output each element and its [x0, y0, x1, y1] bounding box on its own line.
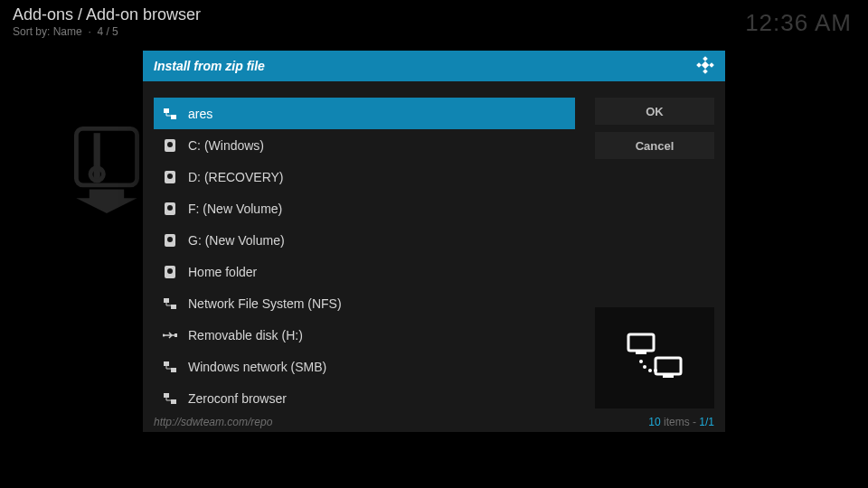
list-item[interactable]: Home folder — [154, 256, 575, 287]
kodi-logo-icon — [696, 56, 714, 77]
list-item-label: D: (RECOVERY) — [188, 170, 284, 184]
item-count: 10 — [648, 416, 660, 428]
svg-rect-3 — [703, 56, 708, 61]
svg-point-32 — [639, 360, 643, 363]
svg-rect-23 — [175, 333, 177, 337]
network-icon — [163, 108, 177, 119]
zip-install-icon — [74, 125, 139, 215]
svg-rect-7 — [702, 61, 709, 68]
install-from-zip-dialog: Install from zip file ares — [143, 51, 725, 432]
list-position: 4 / 5 — [97, 25, 118, 38]
dialog-title: Install from zip file — [154, 59, 265, 73]
sort-line: Sort by: Name · 4 / 5 — [13, 25, 201, 38]
svg-rect-31 — [663, 374, 674, 378]
svg-point-35 — [654, 369, 657, 372]
svg-point-15 — [167, 205, 173, 211]
svg-point-17 — [167, 237, 173, 242]
drive-icon — [163, 234, 177, 247]
svg-point-33 — [643, 365, 646, 369]
cancel-button[interactable]: Cancel — [595, 132, 714, 159]
svg-point-19 — [167, 268, 173, 274]
list-item-label: Removable disk (H:) — [188, 328, 303, 343]
network-icon — [163, 361, 177, 372]
svg-rect-25 — [171, 368, 176, 372]
item-count-suffix: items - — [661, 416, 700, 428]
list-item[interactable]: Windows network (SMB) — [154, 351, 575, 382]
usb-icon — [163, 331, 177, 340]
drive-icon — [163, 171, 177, 183]
list-item-label: Network File System (NFS) — [188, 296, 342, 311]
list-item[interactable]: C: (Windows) — [154, 129, 575, 161]
network-share-icon — [623, 331, 686, 385]
list-item-label: G: (New Volume) — [188, 233, 285, 248]
svg-rect-24 — [164, 361, 169, 366]
dialog-titlebar: Install from zip file — [143, 51, 725, 81]
page-indicator: 1/1 — [699, 416, 714, 428]
svg-point-34 — [648, 369, 652, 372]
source-list: ares C: (Windows) D: (RECOVERY) F: (New … — [154, 98, 575, 412]
sort-label: Sort by: — [13, 25, 50, 38]
sort-value: Name — [53, 25, 82, 38]
svg-rect-9 — [171, 115, 176, 119]
preview-thumbnail — [595, 307, 714, 408]
svg-point-11 — [167, 142, 173, 147]
list-item[interactable]: Removable disk (H:) — [154, 319, 575, 351]
list-item-label: Home folder — [188, 265, 257, 279]
svg-rect-1 — [94, 133, 100, 181]
list-item[interactable]: ares — [154, 98, 575, 129]
breadcrumb: Add-ons / Add-on browser — [13, 5, 201, 24]
svg-point-22 — [163, 333, 165, 336]
current-path: http://sdwteam.com/repo — [154, 416, 272, 428]
list-item[interactable]: F: (New Volume) — [154, 192, 575, 224]
svg-rect-20 — [164, 298, 169, 303]
svg-rect-6 — [703, 69, 708, 74]
svg-rect-30 — [656, 358, 681, 374]
svg-rect-29 — [636, 351, 646, 354]
svg-rect-0 — [76, 128, 137, 184]
svg-rect-26 — [164, 393, 169, 398]
list-item-label: ares — [188, 107, 212, 121]
list-item-label: Windows network (SMB) — [188, 360, 326, 374]
list-item-label: Zeroconf browser — [188, 391, 287, 406]
list-item[interactable]: Zeroconf browser — [154, 382, 575, 414]
svg-point-13 — [167, 174, 173, 179]
list-item[interactable]: Network File System (NFS) — [154, 287, 575, 319]
svg-rect-5 — [709, 62, 714, 68]
list-item-label: F: (New Volume) — [188, 202, 282, 216]
svg-rect-28 — [628, 334, 654, 351]
list-item[interactable]: G: (New Volume) — [154, 224, 575, 256]
svg-rect-4 — [696, 62, 702, 68]
list-item-label: C: (Windows) — [188, 138, 264, 153]
network-icon — [163, 393, 177, 404]
svg-rect-8 — [164, 108, 169, 113]
dialog-footer: http://sdwteam.com/repo 10 items - 1/1 — [143, 412, 725, 432]
list-item[interactable]: D: (RECOVERY) — [154, 161, 575, 192]
ok-button[interactable]: OK — [595, 98, 714, 125]
network-icon — [163, 298, 177, 309]
drive-icon — [163, 266, 177, 278]
clock: 12:36 AM — [745, 9, 852, 37]
drive-icon — [163, 202, 177, 215]
drive-icon — [163, 139, 177, 152]
svg-rect-27 — [171, 399, 176, 404]
svg-rect-21 — [171, 305, 176, 309]
